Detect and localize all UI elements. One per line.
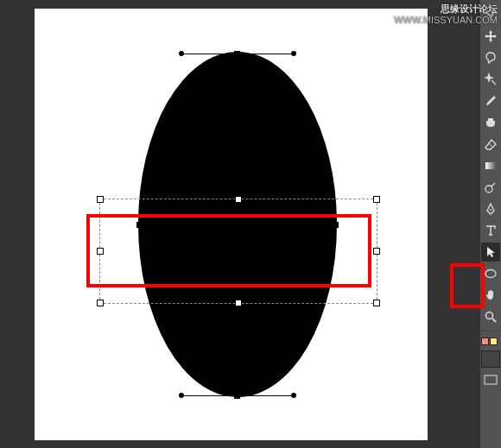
- svg-point-1: [485, 186, 492, 192]
- zoom-tool[interactable]: [481, 307, 500, 326]
- path-anchor-top[interactable]: [234, 51, 240, 57]
- handle-bl[interactable]: [97, 300, 104, 306]
- color-swatches: [481, 338, 500, 345]
- annotation-rect-toolbar: [450, 263, 485, 308]
- lasso-tool[interactable]: [481, 48, 500, 67]
- swatch[interactable]: [481, 338, 489, 345]
- svg-rect-5: [485, 375, 497, 384]
- handle-br[interactable]: [373, 300, 380, 306]
- canvas[interactable]: [35, 9, 428, 440]
- svg-point-4: [486, 312, 493, 319]
- eraser-tool[interactable]: [481, 135, 500, 154]
- screen-mode-icon[interactable]: [481, 370, 500, 389]
- clone-stamp-tool[interactable]: [481, 113, 500, 132]
- handle-bm[interactable]: [235, 300, 242, 306]
- type-tool[interactable]: [481, 221, 500, 240]
- ctrl-point[interactable]: [179, 51, 184, 56]
- brush-tool[interactable]: [481, 91, 500, 110]
- canvas-frame: [26, 9, 436, 440]
- handle-tl[interactable]: [97, 196, 104, 203]
- watermark-line1: 思缘设计论坛: [441, 3, 498, 14]
- ctrl-point[interactable]: [179, 393, 184, 398]
- swatch[interactable]: [490, 338, 498, 345]
- divider: [482, 331, 499, 331]
- svg-point-2: [490, 209, 491, 211]
- move-tool[interactable]: [481, 27, 500, 46]
- magic-wand-tool[interactable]: [481, 70, 500, 89]
- pen-tool[interactable]: [481, 199, 500, 218]
- svg-point-3: [485, 270, 496, 278]
- tools-toolbar: [480, 0, 501, 448]
- handle-mr[interactable]: [373, 248, 380, 255]
- gradient-tool[interactable]: [481, 156, 500, 175]
- svg-rect-0: [485, 162, 496, 169]
- watermark: 思缘设计论坛 WWW.MISSYUAN.COM: [394, 3, 498, 26]
- quick-mask-icon[interactable]: [481, 350, 500, 368]
- annotation-rect-canvas: [86, 214, 371, 287]
- watermark-line2: WWW.MISSYUAN.COM: [394, 15, 498, 25]
- ctrl-point[interactable]: [291, 393, 296, 398]
- handle-tm[interactable]: [235, 196, 242, 203]
- ctrl-point[interactable]: [291, 51, 296, 56]
- dodge-tool[interactable]: [481, 178, 500, 197]
- handle-tr[interactable]: [373, 196, 380, 203]
- path-selection-tool[interactable]: [481, 243, 500, 262]
- path-anchor-bottom[interactable]: [234, 393, 240, 399]
- app-root: 思缘设计论坛 WWW.MISSYUAN.COM: [0, 0, 501, 448]
